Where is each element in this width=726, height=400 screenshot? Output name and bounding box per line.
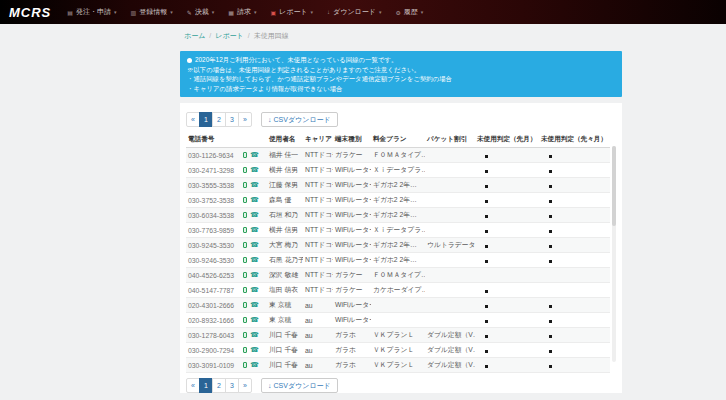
order-icon: ▤ (67, 9, 73, 16)
row-icons-cell: ☎ (241, 298, 267, 313)
unused-dot (485, 170, 488, 173)
phone-number-cell: 030-2900-7294 (186, 343, 241, 358)
device-type-cell: WiFiルーター (333, 253, 371, 268)
user-name-cell: 大宮 梅乃 (267, 238, 303, 253)
user-name-cell: 深沢 敏雄 (267, 268, 303, 283)
plan-cell: ＶＫプランＬ (371, 328, 425, 343)
packet-discount-cell: ダブル定額（V… (425, 343, 475, 358)
unused-month-before-cell (539, 313, 610, 328)
csv-download-label: CSVダウンロード (274, 115, 331, 124)
device-type-cell: WiFiルーター (333, 178, 371, 193)
page-button-1[interactable]: 1 (199, 112, 213, 127)
user-name-cell: 石垣 和乃 (267, 208, 303, 223)
mobile-device-icon (243, 242, 247, 248)
chevron-down-icon: ▾ (421, 9, 424, 15)
pagination-next[interactable]: » (238, 112, 252, 127)
mobile-device-icon (243, 257, 247, 263)
user-name-cell: 福井 佳一 (267, 148, 303, 163)
table-scrollbar[interactable] (612, 146, 616, 362)
row-icons-cell: ☎ (241, 283, 267, 298)
user-name-cell: 石黒 花乃子 (267, 253, 303, 268)
nav-item-history[interactable]: ⚙履歴▾ (395, 7, 423, 17)
phone-number-cell: 030-9245-3530 (186, 238, 241, 253)
phone-number-cell: 040-5147-7787 (186, 283, 241, 298)
plan-cell: ギガホ2 2年… (371, 253, 425, 268)
table-row: 020-8932-1666☎東 京穂auWiFiルーター (186, 313, 610, 328)
nav-item-order[interactable]: ▤発注・申請▾ (67, 7, 116, 17)
packet-discount-cell (425, 223, 475, 238)
row-icons-cell: ☎ (241, 343, 267, 358)
pagination-prev[interactable]: « (186, 112, 200, 127)
nav-item-report[interactable]: ▣レポート▾ (270, 7, 313, 17)
csv-download-button-bottom[interactable]: ↓ CSVダウンロード (261, 378, 338, 393)
carrier-cell: NTTドコモ (303, 283, 333, 298)
phone-number-cell: 030-2471-3298 (186, 163, 241, 178)
unused-dot (549, 230, 552, 233)
phone-handset-icon: ☎ (250, 241, 259, 248)
mobile-device-icon (243, 272, 247, 278)
page-button-1[interactable]: 1 (199, 378, 213, 393)
breadcrumb-link-0[interactable]: ホーム (184, 32, 205, 39)
chevron-down-icon: ▾ (114, 9, 117, 15)
unused-dot (485, 245, 488, 248)
device-type-cell: ガラホ (333, 358, 371, 373)
page-button-2[interactable]: 2 (212, 378, 226, 393)
column-header: キャリア (303, 132, 333, 148)
page-button-3[interactable]: 3 (225, 378, 239, 393)
phone-number-cell: 020-4301-2666 (186, 298, 241, 313)
unused-dot (485, 320, 488, 323)
unused-dot (549, 215, 552, 218)
unused-last-month-cell (475, 328, 539, 343)
row-icons-cell: ☎ (241, 163, 267, 178)
notice-line: ・通話回線を契約しておらず、かつ通話定額プランやデータ通信定額プランをご契約の場… (187, 74, 615, 84)
carrier-cell: NTTドコモ (303, 148, 333, 163)
table-scrollbar-thumb[interactable] (612, 146, 616, 226)
breadcrumb-separator: / (248, 32, 250, 39)
phone-handset-icon: ☎ (250, 331, 259, 338)
phone-handset-icon: ☎ (250, 166, 259, 173)
page-button-2[interactable]: 2 (212, 112, 226, 127)
breadcrumb-link-1[interactable]: レポート (215, 32, 244, 39)
carrier-cell: NTTドコモ (303, 238, 333, 253)
packet-discount-cell (425, 313, 475, 328)
mobile-device-icon (243, 212, 247, 218)
top-navbar: MCRS ▤発注・申請▾▥登録情報▾✎決裁▾▦請求▾▣レポート▾↓ダウンロード▾… (0, 0, 726, 24)
user-name-cell: 森島 優 (267, 193, 303, 208)
phone-number-cell: 030-6034-3538 (186, 208, 241, 223)
nav-item-label: ダウンロード (333, 7, 376, 17)
plan-cell: Ｘｉデータプラ… (371, 223, 425, 238)
plan-cell: ＶＫプランＬ (371, 358, 425, 373)
unused-last-month-cell (475, 193, 539, 208)
unused-dot (485, 290, 488, 293)
notice-line: 2020年12月ご利用分において、未使用となっている回線の一覧です。 (187, 55, 615, 65)
pagination-next[interactable]: » (238, 378, 252, 393)
table-row: 030-9246-3530☎石黒 花乃子NTTドコモWiFiルーターギガホ2 2… (186, 253, 610, 268)
csv-download-button[interactable]: ↓ CSVダウンロード (261, 112, 338, 127)
device-type-cell: ガラホ (333, 343, 371, 358)
unused-month-before-cell (539, 178, 610, 193)
user-name-cell: 江藤 保男 (267, 178, 303, 193)
user-name-cell: 横井 信男 (267, 223, 303, 238)
packet-discount-cell (425, 163, 475, 178)
nav-item-download[interactable]: ↓ダウンロード▾ (327, 7, 381, 17)
user-name-cell: 東 京穂 (267, 313, 303, 328)
nav-item-approval[interactable]: ✎決裁▾ (187, 7, 215, 17)
phone-handset-icon: ☎ (250, 361, 259, 368)
page-button-3[interactable]: 3 (225, 112, 239, 127)
download-icon: ↓ (268, 116, 272, 123)
unused-month-before-cell (539, 163, 610, 178)
plan-cell: ギガホ2 2年… (371, 178, 425, 193)
unused-dot (549, 200, 552, 203)
nav-item-label: 決裁 (195, 7, 209, 17)
phone-number-cell: 030-3752-3538 (186, 193, 241, 208)
unused-dot (485, 215, 488, 218)
nav-item-billing[interactable]: ▦請求▾ (228, 7, 256, 17)
unused-lines-table: 電話番号使用者名キャリア端末種別料金プランパケット割引未使用判定（先月）未使用判… (186, 132, 610, 373)
mobile-device-icon (243, 317, 247, 323)
billing-icon: ▦ (228, 9, 234, 16)
unused-dot (549, 260, 552, 263)
packet-discount-cell: ダブル定額（V… (425, 328, 475, 343)
nav-item-registration[interactable]: ▥登録情報▾ (130, 7, 172, 17)
pagination-prev[interactable]: « (186, 378, 200, 393)
brand-logo[interactable]: MCRS (9, 5, 51, 20)
